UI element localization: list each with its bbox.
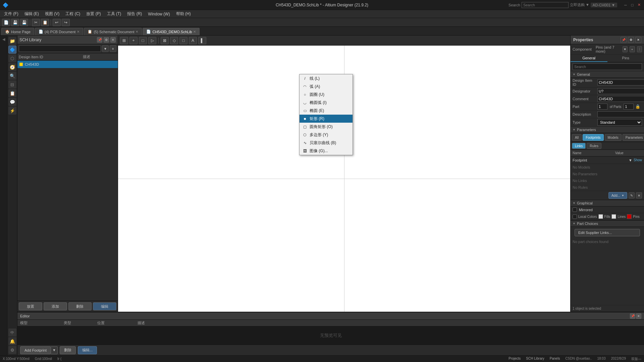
erase-tool-btn[interactable]: ⊠ xyxy=(161,37,169,44)
comment-input[interactable] xyxy=(597,96,644,102)
parameters-section-header[interactable]: ▼ Parameters xyxy=(571,127,644,133)
menu-project[interactable]: 工程 (C) xyxy=(63,10,83,17)
fills-color-chip[interactable] xyxy=(598,214,603,219)
pins-filter-btn[interactable]: ▼ xyxy=(623,46,628,52)
delete-model-button[interactable]: 删除 xyxy=(60,346,76,354)
graphical-section-header[interactable]: ▼ Graphical xyxy=(571,200,644,206)
properties-close-btn[interactable]: ✕ xyxy=(635,37,641,43)
schematic-canvas[interactable]: / 线 (L) ◠ 弧 (A) ○ 圆圈 (U) xyxy=(118,46,570,312)
tab-schlib[interactable]: 📄 CH543D_DEMO.SchLib ✕ xyxy=(143,28,200,35)
undo-btn[interactable]: ↩ xyxy=(53,19,61,26)
clipboard-icon[interactable]: 📋 xyxy=(8,89,16,97)
params-sub-rules[interactable]: Rules xyxy=(587,143,601,149)
design-item-id-input[interactable] xyxy=(597,79,644,85)
description-input[interactable] xyxy=(597,111,644,117)
ctx-ellipse[interactable]: ⬭ 椭圆 (E) xyxy=(300,107,353,115)
menu-report[interactable]: 报告 (R) xyxy=(124,10,145,17)
params-tab-models[interactable]: Models xyxy=(605,134,622,141)
filter-icon[interactable]: ⊟ xyxy=(8,80,16,88)
part-choices-header[interactable]: ▼ Part Choices xyxy=(571,221,644,227)
messages-icon[interactable]: 💬 xyxy=(8,98,16,106)
settings-bottom-icon[interactable]: ⚙ xyxy=(8,346,16,354)
place-button[interactable]: 放置 xyxy=(19,302,42,310)
inspector-icon[interactable]: 🔍 xyxy=(8,72,16,80)
rect-tool-btn[interactable]: □ xyxy=(139,37,147,44)
sidebar-close-btn[interactable]: ✕ xyxy=(110,37,116,43)
save-all-btn[interactable]: 💾 xyxy=(20,19,28,26)
add-footprint-button[interactable]: Add Footprint xyxy=(20,346,51,354)
tab-home[interactable]: 🏠 Home Page xyxy=(1,28,34,35)
part-lock-btn[interactable]: 🔒 xyxy=(635,104,640,109)
edit-model-button[interactable]: 编辑... xyxy=(78,346,97,354)
params-sub-links[interactable]: Links xyxy=(572,143,586,149)
text-tool-btn[interactable]: A xyxy=(189,37,197,44)
properties-pin-btn[interactable]: 📌 xyxy=(621,37,627,43)
menu-edit[interactable]: 编辑 (E) xyxy=(22,10,42,17)
lines-color-chip[interactable] xyxy=(611,214,616,219)
ctx-ellipse-arc[interactable]: ◡ 椭圆弧 (I) xyxy=(300,99,353,107)
params-tab-all[interactable]: All xyxy=(572,134,582,141)
chinese-input-icon[interactable]: 中 xyxy=(8,328,16,337)
edit-param-btn[interactable]: ✎ xyxy=(629,192,635,198)
files-icon[interactable]: 📁 xyxy=(8,37,16,45)
minimize-button[interactable]: ─ xyxy=(623,3,628,7)
params-tab-footprints[interactable]: Footprints xyxy=(583,134,603,141)
tab-pins[interactable]: Pins xyxy=(607,55,644,62)
edit-component-button[interactable]: 编辑 xyxy=(93,302,116,310)
ctx-rounded-rect[interactable]: ▢ 圆角矩形 (O) xyxy=(300,123,353,131)
close-button[interactable]: ✕ xyxy=(637,3,641,7)
schlib-icon[interactable]: 🔷 xyxy=(8,46,16,54)
component-row-ch543d[interactable]: CH543D xyxy=(17,61,118,68)
tab-general[interactable]: General xyxy=(571,55,607,62)
footprint-dropdown[interactable]: ▼ xyxy=(629,158,632,162)
editor-pin-btn[interactable]: 📌 xyxy=(630,313,635,319)
menu-window[interactable]: Window (W) xyxy=(145,11,172,17)
add-component-button[interactable]: 添加 xyxy=(44,302,67,310)
local-colors-checkbox[interactable] xyxy=(573,215,577,219)
supply-icon[interactable]: ⚡ xyxy=(8,107,16,115)
cut-btn[interactable]: ✂ xyxy=(32,19,40,26)
parts-count-input[interactable] xyxy=(624,104,634,110)
select-tool-btn[interactable]: ⊞ xyxy=(120,37,128,44)
add-footprint-dropdown[interactable]: ▼ xyxy=(51,346,58,354)
delete-param-btn[interactable]: ✕ xyxy=(636,192,642,198)
tab-pcb[interactable]: 📄 (4) PCB Document ✕ xyxy=(35,28,83,35)
component-search-btn[interactable]: ▼ xyxy=(102,45,109,52)
tab-pcb-close[interactable]: ✕ xyxy=(77,30,79,34)
menu-view[interactable]: 视图 (V) xyxy=(42,10,62,17)
notification-icon[interactable]: 🔔 xyxy=(8,337,16,345)
wire-tool-btn[interactable]: ＋ xyxy=(129,37,138,44)
port-tool-btn[interactable]: ▷ xyxy=(148,37,156,44)
status-sch-library[interactable]: SCH Library xyxy=(526,357,544,361)
pins-color-chip[interactable] xyxy=(627,214,632,219)
poly-tool-btn[interactable]: ◇ xyxy=(170,37,178,44)
copy-btn[interactable]: 📋 xyxy=(41,19,49,26)
fill-tool-btn[interactable]: □ xyxy=(179,37,187,44)
component-search-input[interactable] xyxy=(19,45,101,52)
properties-settings-btn[interactable]: ⚙ xyxy=(628,37,634,43)
global-search-input[interactable] xyxy=(522,2,569,8)
delete-component-button[interactable]: 删除 xyxy=(68,302,92,310)
add-param-btn[interactable]: Add... ▼ xyxy=(608,192,627,199)
menu-tools[interactable]: 工具 (T) xyxy=(104,10,124,17)
mirrored-checkbox[interactable] xyxy=(573,207,577,212)
components-icon[interactable]: ⬡ xyxy=(8,54,16,62)
pins-add-btn[interactable]: ＋ xyxy=(630,46,635,52)
ctx-bezier[interactable]: ∿ 贝塞尔曲线 (B) xyxy=(300,139,353,147)
new-btn[interactable]: 📄 xyxy=(2,19,10,26)
params-tab-parameters[interactable]: Parameters xyxy=(623,134,644,141)
footprint-show-btn[interactable]: Show xyxy=(634,158,642,162)
type-select[interactable]: Standard xyxy=(597,119,642,126)
ctx-polygon[interactable]: ⬡ 多边形 (Y) xyxy=(300,131,353,139)
edit-supplier-btn[interactable]: Edit Supplier Links... xyxy=(575,229,640,236)
pins-menu-btn[interactable]: ⋮ xyxy=(637,46,642,52)
sidebar-settings-btn[interactable]: ⚙ xyxy=(104,37,109,43)
line-tool-btn[interactable]: ▌ xyxy=(198,37,206,44)
tab-schlib-close[interactable]: ✕ xyxy=(193,30,196,34)
tab-schematic-close[interactable]: ✕ xyxy=(136,30,138,34)
ctx-arc[interactable]: ◠ 弧 (A) xyxy=(300,82,353,90)
status-panels[interactable]: Panels xyxy=(550,357,560,361)
component-filter-btn[interactable]: ≡ xyxy=(110,45,116,52)
editor-close-btn[interactable]: ✕ xyxy=(636,313,641,319)
ctx-image[interactable]: 🖼 图像 (G)... xyxy=(300,147,353,155)
